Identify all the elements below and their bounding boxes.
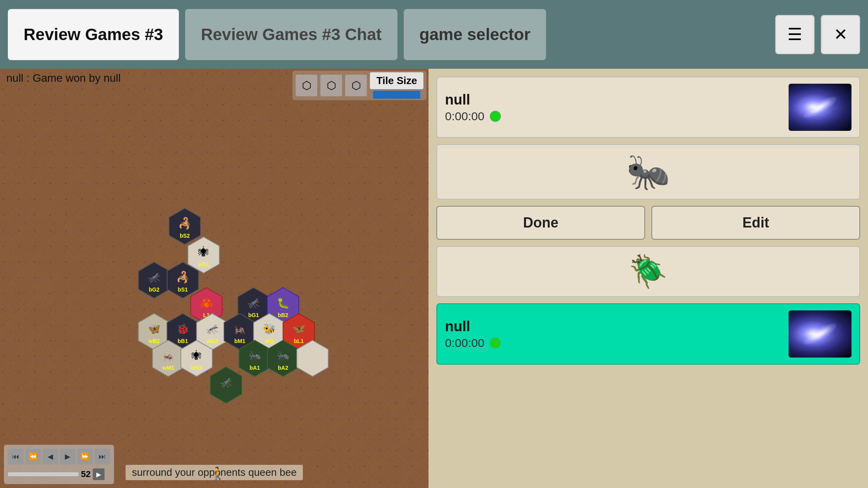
svg-text:🕷: 🕷	[198, 246, 209, 258]
tab-review-games-chat[interactable]: Review Games #3 Chat	[185, 9, 397, 60]
rewind-button[interactable]: ◀	[42, 449, 58, 464]
tile-size-bar[interactable]	[373, 91, 420, 99]
svg-text:🦟: 🦟	[247, 297, 260, 309]
done-button[interactable]: Done	[436, 206, 645, 240]
svg-text:wQ: wQ	[265, 338, 274, 344]
piece-reserve-1: 🐜	[436, 144, 860, 200]
reserve-piece-ant: 🐜	[626, 151, 670, 193]
forward-button[interactable]: ▶	[60, 449, 75, 464]
player2-galaxy	[789, 310, 851, 358]
svg-text:🐜: 🐜	[277, 349, 290, 362]
svg-text:bS1: bS1	[178, 286, 188, 293]
skip-start-button[interactable]: ⏮	[8, 449, 24, 464]
player1-galaxy	[789, 84, 851, 131]
hex-board-svg: bS2 🦂 wS1 🕷 bG2 🦟 bS1	[0, 130, 428, 452]
menu-button[interactable]: ☰	[775, 15, 815, 54]
svg-text:bG2: bG2	[149, 286, 159, 293]
svg-text:🐞: 🐞	[177, 323, 189, 335]
player2-time: 0:00:00	[445, 336, 484, 350]
player2-name: null	[445, 318, 508, 335]
playback-controls: ⏮ ⏪ ◀ ▶ ⏩ ⏭ 52 ▶	[4, 445, 114, 484]
hex-bS2[interactable]: bS2 🦂	[169, 208, 200, 244]
player1-time-row: 0:00:00	[445, 110, 508, 123]
player1-time: 0:00:00	[445, 110, 484, 123]
main-content: null : Game won by null ⬡ ⬡ ⬡ Tile Size …	[0, 69, 868, 488]
player1-status-dot	[490, 111, 501, 122]
svg-text:bL1: bL1	[294, 338, 304, 344]
svg-text:bA1: bA1	[250, 365, 260, 371]
piece-reserve-2: 🪲	[436, 246, 860, 297]
frame-play-button[interactable]: ▶	[93, 468, 105, 480]
player1-card: null 0:00:00	[436, 77, 860, 138]
tile-icon-large[interactable]: ⬡	[345, 75, 367, 96]
svg-text:🦟: 🦟	[148, 271, 161, 284]
status-text: null : Game won by null	[6, 72, 121, 84]
player2-status-dot	[490, 338, 501, 349]
svg-text:bB1: bB1	[178, 338, 188, 344]
svg-text:🦀: 🦀	[200, 297, 213, 309]
tile-size-label: Tile Size	[370, 72, 423, 89]
game-board-container: null : Game won by null ⬡ ⬡ ⬡ Tile Size …	[0, 69, 428, 488]
svg-text:🦂: 🦂	[178, 217, 192, 230]
player1-info: null 0:00:00	[445, 92, 508, 123]
svg-text:bA2: bA2	[278, 365, 289, 371]
svg-text:wG2: wG2	[206, 338, 218, 344]
hex-partial[interactable]: 🦟	[210, 367, 242, 403]
svg-text:🦋: 🦋	[148, 323, 161, 335]
tile-icon-medium[interactable]: ⬡	[320, 75, 342, 96]
svg-text:🦋: 🦋	[292, 323, 305, 335]
header: Review Games #3 Review Games #3 Chat gam…	[0, 0, 868, 69]
walking-figure: 🚶	[210, 466, 226, 481]
playback-buttons-row: ⏮ ⏪ ◀ ▶ ⏩ ⏭	[8, 449, 110, 464]
edit-button[interactable]: Edit	[651, 206, 860, 240]
action-buttons: Done Edit	[436, 206, 860, 240]
svg-text:bS2: bS2	[180, 233, 190, 239]
frame-count: 52	[81, 469, 90, 479]
rewind-fast-button[interactable]: ⏪	[25, 449, 41, 464]
svg-text:🦗: 🦗	[234, 323, 246, 335]
svg-text:bG1: bG1	[248, 312, 259, 318]
svg-text:🦟: 🦟	[206, 323, 219, 335]
tile-icon-small[interactable]: ⬡	[296, 75, 317, 96]
svg-text:bM1: bM1	[234, 338, 245, 344]
svg-text:🦂: 🦂	[176, 271, 190, 284]
frame-bar: 52 ▶	[8, 468, 110, 480]
player2-card: null 0:00:00	[436, 303, 860, 365]
player2-time-row: 0:00:00	[445, 336, 508, 350]
svg-text:🦟: 🦟	[220, 376, 233, 389]
game-board-background[interactable]: null : Game won by null ⬡ ⬡ ⬡ Tile Size …	[0, 69, 428, 488]
hex-bG2[interactable]: bG2 🦟	[138, 262, 170, 298]
svg-text:wS1: wS1	[198, 261, 209, 268]
player2-avatar	[789, 310, 851, 358]
close-button[interactable]: ✕	[821, 15, 860, 54]
svg-text:🐛: 🐛	[277, 297, 290, 309]
svg-text:wM1: wM1	[162, 365, 175, 371]
player1-name: null	[445, 92, 508, 108]
right-panel: null 0:00:00 🐜 Done Edit 🪲	[428, 69, 868, 488]
player2-info: null 0:00:00	[445, 318, 508, 350]
svg-text:🐝: 🐝	[263, 323, 276, 335]
svg-text:wB2: wB2	[148, 338, 160, 344]
tile-controls: ⬡ ⬡ ⬡ Tile Size	[292, 71, 427, 100]
svg-text:🕷: 🕷	[191, 350, 202, 361]
svg-text:🦗: 🦗	[162, 350, 174, 361]
svg-text:wS2: wS2	[191, 365, 202, 371]
reserve-piece-beetle: 🪲	[629, 253, 668, 290]
player1-avatar	[789, 84, 851, 131]
tile-size-control: Tile Size	[370, 72, 423, 99]
frame-track[interactable]	[8, 472, 79, 476]
tab-game-selector[interactable]: game selector	[404, 9, 546, 60]
skip-end-button[interactable]: ⏭	[94, 449, 110, 464]
svg-text:🐜: 🐜	[248, 349, 261, 362]
forward-fast-button[interactable]: ⏩	[77, 449, 93, 464]
svg-text:bB2: bB2	[278, 312, 289, 318]
tab-review-games[interactable]: Review Games #3	[8, 9, 179, 60]
